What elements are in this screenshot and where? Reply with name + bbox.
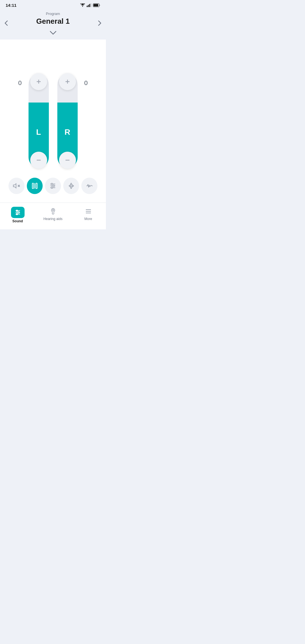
svg-rect-3 — [89, 4, 90, 7]
hearing-aids-nav-icon — [49, 207, 58, 216]
svg-rect-1 — [87, 6, 88, 7]
program-name: General 1 — [17, 17, 89, 26]
main-content: 0 L 0 — [0, 40, 106, 203]
program-label: Program — [17, 12, 89, 16]
signal-icon — [87, 3, 91, 7]
left-slider-label: L — [36, 128, 41, 137]
quick-controls — [6, 173, 100, 197]
svg-rect-2 — [88, 5, 89, 7]
svg-rect-4 — [91, 3, 91, 7]
right-volume-down-button[interactable] — [59, 152, 76, 169]
sound-nav-label: Sound — [12, 219, 23, 223]
nav-more-button[interactable]: More — [71, 205, 106, 225]
svg-line-30 — [90, 186, 90, 187]
expand-chevron[interactable] — [0, 29, 106, 40]
svg-point-22 — [51, 183, 53, 185]
mute-button[interactable] — [8, 178, 25, 194]
equalizer-button[interactable] — [45, 178, 61, 194]
bottom-nav: Sound Hearing aids More — [0, 203, 106, 229]
hearing-aids-nav-label: Hearing aids — [43, 217, 62, 221]
svg-point-37 — [16, 210, 18, 212]
left-slider-wrapper: 0 L — [29, 74, 49, 167]
svg-point-38 — [18, 212, 19, 213]
left-slider-value: 0 — [18, 79, 22, 87]
sliders-container: 0 L 0 — [6, 48, 100, 173]
svg-rect-6 — [93, 4, 98, 6]
nav-hearing-aids-button[interactable]: Hearing aids — [35, 205, 71, 225]
left-volume-down-button[interactable] — [30, 152, 47, 169]
battery-icon — [93, 3, 100, 7]
header: Program General 1 — [0, 9, 106, 29]
right-slider-wrapper: 0 R — [57, 74, 78, 167]
right-volume-up-button[interactable] — [59, 73, 76, 90]
svg-point-40 — [52, 210, 54, 211]
directional-button[interactable] — [63, 178, 79, 194]
left-volume-up-button[interactable] — [30, 73, 47, 90]
sound-nav-icon — [11, 207, 25, 218]
svg-line-32 — [91, 185, 91, 186]
svg-marker-13 — [13, 184, 16, 188]
prev-program-button[interactable] — [2, 18, 10, 30]
nav-sound-button[interactable]: Sound — [0, 205, 35, 225]
svg-point-39 — [16, 214, 18, 215]
svg-rect-17 — [36, 183, 37, 189]
status-time: 14:11 — [6, 3, 16, 8]
more-nav-label: More — [84, 217, 92, 221]
more-nav-icon — [84, 207, 93, 216]
wifi-icon — [80, 3, 85, 7]
svg-point-0 — [82, 6, 83, 7]
next-program-button[interactable] — [96, 18, 104, 30]
right-slider-label: R — [64, 128, 70, 137]
svg-rect-16 — [32, 183, 33, 189]
svg-point-24 — [51, 187, 53, 188]
status-bar: 14:11 — [0, 0, 106, 9]
balance-button[interactable] — [27, 178, 43, 194]
noise-reduction-button[interactable] — [81, 178, 97, 194]
status-icons — [80, 3, 100, 7]
svg-point-23 — [53, 185, 55, 186]
right-slider-value: 0 — [84, 79, 88, 87]
